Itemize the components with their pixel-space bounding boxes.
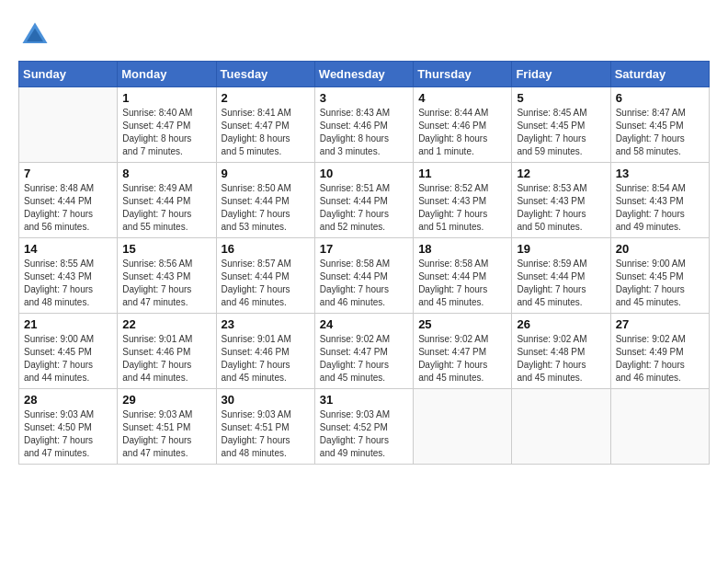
calendar-day-cell: 31Sunrise: 9:03 AM Sunset: 4:52 PM Dayli… [314,389,413,465]
calendar-day-cell: 2Sunrise: 8:41 AM Sunset: 4:47 PM Daylig… [216,87,314,163]
calendar-day-cell [19,87,118,163]
day-info: Sunrise: 9:03 AM Sunset: 4:50 PM Dayligh… [24,408,112,460]
calendar-day-cell: 12Sunrise: 8:53 AM Sunset: 4:43 PM Dayli… [512,163,610,238]
day-info: Sunrise: 8:56 AM Sunset: 4:43 PM Dayligh… [122,258,210,309]
day-info: Sunrise: 8:58 AM Sunset: 4:44 PM Dayligh… [320,258,408,309]
day-number: 16 [222,242,310,256]
calendar-day-cell: 11Sunrise: 8:52 AM Sunset: 4:43 PM Dayli… [414,163,512,238]
calendar-day-cell: 17Sunrise: 8:58 AM Sunset: 4:44 PM Dayli… [314,238,413,314]
calendar-day-cell: 20Sunrise: 9:00 AM Sunset: 4:45 PM Dayli… [610,238,709,314]
day-info: Sunrise: 8:48 AM Sunset: 4:44 PM Dayligh… [24,182,112,234]
day-info: Sunrise: 8:58 AM Sunset: 4:44 PM Dayligh… [418,258,506,309]
calendar-day-cell: 4Sunrise: 8:44 AM Sunset: 4:46 PM Daylig… [414,87,512,163]
day-of-week-header: Tuesday [216,62,314,87]
day-number: 19 [517,242,605,256]
day-info: Sunrise: 9:02 AM Sunset: 4:47 PM Dayligh… [320,333,408,385]
day-number: 3 [320,91,408,105]
day-number: 13 [616,167,704,180]
calendar-day-cell: 22Sunrise: 9:01 AM Sunset: 4:46 PM Dayli… [118,314,216,389]
day-of-week-header: Saturday [610,62,709,87]
day-number: 24 [320,317,408,331]
day-number: 7 [24,167,112,180]
day-info: Sunrise: 8:55 AM Sunset: 4:43 PM Dayligh… [24,258,112,309]
calendar-day-cell: 14Sunrise: 8:55 AM Sunset: 4:43 PM Dayli… [19,238,118,314]
day-of-week-header: Sunday [19,62,118,87]
day-number: 11 [418,167,506,180]
day-info: Sunrise: 9:02 AM Sunset: 4:47 PM Dayligh… [418,333,506,385]
day-info: Sunrise: 8:47 AM Sunset: 4:45 PM Dayligh… [616,107,704,158]
page-header [18,18,710,52]
day-info: Sunrise: 9:02 AM Sunset: 4:48 PM Dayligh… [517,333,605,385]
day-info: Sunrise: 8:50 AM Sunset: 4:44 PM Dayligh… [222,182,310,234]
calendar-day-cell: 16Sunrise: 8:57 AM Sunset: 4:44 PM Dayli… [216,238,314,314]
day-info: Sunrise: 8:40 AM Sunset: 4:47 PM Dayligh… [122,107,210,158]
day-number: 27 [616,317,704,331]
calendar-week-row: 14Sunrise: 8:55 AM Sunset: 4:43 PM Dayli… [19,238,710,314]
day-of-week-header: Friday [512,62,610,87]
day-number: 29 [122,393,210,407]
day-number: 26 [517,317,605,331]
calendar-day-cell: 27Sunrise: 9:02 AM Sunset: 4:49 PM Dayli… [610,314,709,389]
day-info: Sunrise: 8:57 AM Sunset: 4:44 PM Dayligh… [222,258,310,309]
calendar-day-cell [414,389,512,465]
day-info: Sunrise: 8:53 AM Sunset: 4:43 PM Dayligh… [517,182,605,234]
day-number: 12 [517,167,605,180]
calendar-day-cell: 26Sunrise: 9:02 AM Sunset: 4:48 PM Dayli… [512,314,610,389]
day-info: Sunrise: 9:00 AM Sunset: 4:45 PM Dayligh… [616,258,704,309]
day-info: Sunrise: 8:41 AM Sunset: 4:47 PM Dayligh… [222,107,310,158]
calendar-day-cell: 24Sunrise: 9:02 AM Sunset: 4:47 PM Dayli… [314,314,413,389]
calendar-day-cell: 29Sunrise: 9:03 AM Sunset: 4:51 PM Dayli… [118,389,216,465]
day-number: 28 [24,393,112,407]
day-number: 15 [122,242,210,256]
calendar-day-cell: 13Sunrise: 8:54 AM Sunset: 4:43 PM Dayli… [610,163,709,238]
day-number: 23 [222,317,310,331]
day-info: Sunrise: 8:51 AM Sunset: 4:44 PM Dayligh… [320,182,408,234]
day-info: Sunrise: 8:59 AM Sunset: 4:44 PM Dayligh… [517,258,605,309]
calendar: SundayMondayTuesdayWednesdayThursdayFrid… [18,61,710,465]
calendar-header-row: SundayMondayTuesdayWednesdayThursdayFrid… [19,62,710,87]
logo [18,18,57,52]
day-info: Sunrise: 9:02 AM Sunset: 4:49 PM Dayligh… [616,333,704,385]
calendar-day-cell: 18Sunrise: 8:58 AM Sunset: 4:44 PM Dayli… [414,238,512,314]
day-of-week-header: Thursday [414,62,512,87]
calendar-day-cell: 9Sunrise: 8:50 AM Sunset: 4:44 PM Daylig… [216,163,314,238]
calendar-day-cell: 1Sunrise: 8:40 AM Sunset: 4:47 PM Daylig… [118,87,216,163]
day-number: 10 [320,167,408,180]
day-number: 20 [616,242,704,256]
day-number: 9 [222,167,310,180]
calendar-day-cell: 19Sunrise: 8:59 AM Sunset: 4:44 PM Dayli… [512,238,610,314]
calendar-day-cell: 5Sunrise: 8:45 AM Sunset: 4:45 PM Daylig… [512,87,610,163]
day-info: Sunrise: 8:54 AM Sunset: 4:43 PM Dayligh… [616,182,704,234]
calendar-day-cell [610,389,709,465]
day-number: 8 [122,167,210,180]
day-number: 1 [122,91,210,105]
day-info: Sunrise: 9:03 AM Sunset: 4:52 PM Dayligh… [320,408,408,460]
day-info: Sunrise: 9:03 AM Sunset: 4:51 PM Dayligh… [122,408,210,460]
day-number: 30 [222,393,310,407]
day-info: Sunrise: 8:45 AM Sunset: 4:45 PM Dayligh… [517,107,605,158]
calendar-week-row: 1Sunrise: 8:40 AM Sunset: 4:47 PM Daylig… [19,87,710,163]
day-info: Sunrise: 9:01 AM Sunset: 4:46 PM Dayligh… [222,333,310,385]
calendar-day-cell: 15Sunrise: 8:56 AM Sunset: 4:43 PM Dayli… [118,238,216,314]
day-number: 25 [418,317,506,331]
day-number: 17 [320,242,408,256]
calendar-week-row: 28Sunrise: 9:03 AM Sunset: 4:50 PM Dayli… [19,389,710,465]
day-number: 6 [616,91,704,105]
day-info: Sunrise: 8:52 AM Sunset: 4:43 PM Dayligh… [418,182,506,234]
day-number: 31 [320,393,408,407]
day-of-week-header: Monday [118,62,216,87]
day-number: 5 [517,91,605,105]
day-info: Sunrise: 8:43 AM Sunset: 4:46 PM Dayligh… [320,107,408,158]
calendar-day-cell: 7Sunrise: 8:48 AM Sunset: 4:44 PM Daylig… [19,163,118,238]
day-info: Sunrise: 8:44 AM Sunset: 4:46 PM Dayligh… [418,107,506,158]
calendar-week-row: 21Sunrise: 9:00 AM Sunset: 4:45 PM Dayli… [19,314,710,389]
day-info: Sunrise: 9:01 AM Sunset: 4:46 PM Dayligh… [122,333,210,385]
day-number: 4 [418,91,506,105]
day-info: Sunrise: 9:03 AM Sunset: 4:51 PM Dayligh… [222,408,310,460]
day-number: 14 [24,242,112,256]
calendar-day-cell: 30Sunrise: 9:03 AM Sunset: 4:51 PM Dayli… [216,389,314,465]
day-number: 21 [24,317,112,331]
calendar-day-cell: 25Sunrise: 9:02 AM Sunset: 4:47 PM Dayli… [414,314,512,389]
day-info: Sunrise: 9:00 AM Sunset: 4:45 PM Dayligh… [24,333,112,385]
day-number: 22 [122,317,210,331]
